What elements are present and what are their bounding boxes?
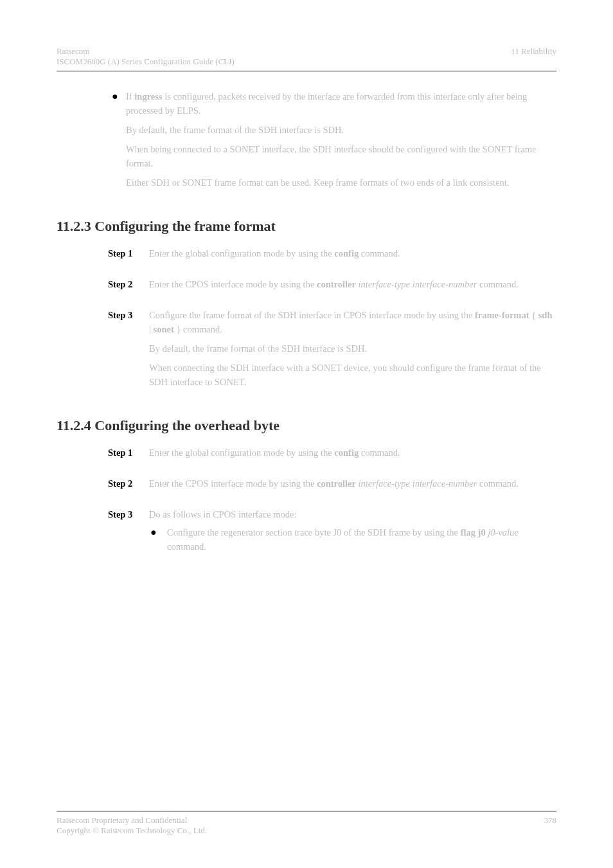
paragraph: When being connected to a SONET interfac… bbox=[108, 142, 556, 170]
header-left-1: Raisecom bbox=[57, 46, 235, 57]
footer-left-2: Copyright © Raisecom Technology Co., Ltd… bbox=[57, 826, 207, 836]
step-block: Step 2 Enter the CPOS interface mode by … bbox=[108, 476, 556, 491]
step-block: Step 3 Do as follows in CPOS interface m… bbox=[108, 507, 556, 521]
step-body: Enter the global configuration mode by u… bbox=[149, 446, 556, 460]
step-label: Step 2 bbox=[108, 277, 149, 291]
page-number: 378 bbox=[544, 815, 557, 836]
paragraph: Either SDH or SONET frame format can be … bbox=[108, 176, 556, 190]
section-heading: 11.2.3 Configuring the frame format bbox=[57, 218, 556, 235]
step-block: Step 1 Enter the global configuration mo… bbox=[108, 246, 556, 260]
paragraph: When connecting the SDH interface with a… bbox=[108, 361, 556, 389]
step-block: Step 2 Enter the CPOS interface mode by … bbox=[108, 277, 556, 291]
step-body: Do as follows in CPOS interface mode: bbox=[149, 507, 556, 521]
section-heading: 11.2.4 Configuring the overhead byte bbox=[57, 417, 556, 434]
paragraph: By default, the frame format of the SDH … bbox=[108, 341, 556, 356]
bullet-text: If ingress is configured, packets receiv… bbox=[126, 89, 556, 118]
bullet-icon: ● bbox=[149, 525, 167, 554]
bullet-item: ● If ingress is configured, packets rece… bbox=[108, 89, 556, 118]
step-body: Enter the global configuration mode by u… bbox=[149, 246, 556, 260]
step-label: Step 2 bbox=[108, 476, 149, 491]
step-block: Step 1 Enter the global configuration mo… bbox=[108, 446, 556, 460]
content-area: ● If ingress is configured, packets rece… bbox=[57, 89, 556, 190]
step-label: Step 3 bbox=[108, 507, 149, 521]
step-body: Configure the frame format of the SDH in… bbox=[149, 308, 556, 336]
header-right-1: 11 Reliability bbox=[511, 46, 556, 57]
page-header: Raisecom ISCOM2600G (A) Series Configura… bbox=[57, 46, 556, 71]
step-label: Step 1 bbox=[108, 446, 149, 460]
step-label: Step 3 bbox=[108, 308, 149, 336]
footer-left-1: Raisecom Proprietary and Confidential bbox=[57, 815, 207, 826]
page-footer: Raisecom Proprietary and Confidential Co… bbox=[57, 811, 556, 836]
paragraph: By default, the frame format of the SDH … bbox=[108, 123, 556, 137]
header-left-2: ISCOM2600G (A) Series Configuration Guid… bbox=[57, 57, 235, 67]
bullet-text: Configure the regenerator section trace … bbox=[167, 525, 556, 554]
step-body: Enter the CPOS interface mode by using t… bbox=[149, 476, 556, 491]
step-body: Enter the CPOS interface mode by using t… bbox=[149, 277, 556, 291]
step-block: Step 3 Configure the frame format of the… bbox=[108, 308, 556, 389]
bullet-item: ● Configure the regenerator section trac… bbox=[108, 525, 556, 554]
bullet-icon: ● bbox=[108, 89, 126, 118]
step-label: Step 1 bbox=[108, 246, 149, 260]
